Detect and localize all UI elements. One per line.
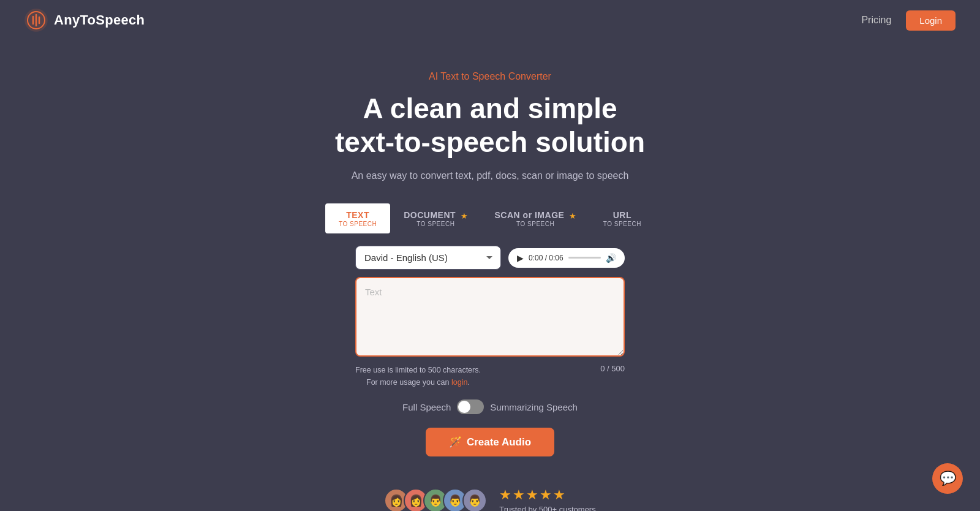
customer-avatars: 👩 👩 👨 👨 👨 — [384, 488, 487, 511]
controls-row: David - English (US) ▶ 0:00 / 0:06 🔊 — [355, 246, 625, 270]
speech-mode-toggle-row: Full Speech Summarizing Speech — [355, 399, 625, 414]
mode-tabs: TEXT TO SPEECH DOCUMENT ★ TO SPEECH SCAN… — [12, 203, 968, 233]
hero-subtitle: AI Text to Speech Converter — [12, 71, 968, 82]
logo-icon — [24, 9, 48, 32]
full-speech-label: Full Speech — [402, 402, 451, 412]
nav-logo-group: AnyToSpeech — [24, 9, 145, 32]
avatar-5: 👨 — [462, 488, 487, 511]
nav-actions: Pricing Login — [861, 10, 956, 31]
chat-bubble[interactable]: 💬 — [932, 463, 963, 494]
summarizing-speech-label: Summarizing Speech — [490, 402, 578, 412]
char-info: Free use is limited to 500 characters. F… — [355, 364, 625, 388]
tab-document[interactable]: DOCUMENT ★ TO SPEECH — [390, 203, 481, 233]
star-rating: ★★★★★ — [499, 487, 595, 503]
pricing-link[interactable]: Pricing — [861, 15, 891, 26]
rating-block: ★★★★★ Trusted by 500+ customers — [499, 487, 595, 511]
char-limit-info: Free use is limited to 500 characters. F… — [355, 364, 481, 388]
voice-select[interactable]: David - English (US) — [355, 246, 501, 270]
hero-section: AI Text to Speech Converter A clean and … — [0, 40, 980, 511]
wand-icon: 🪄 — [449, 436, 462, 449]
scan-badge: ★ — [569, 211, 576, 221]
tab-scan[interactable]: SCAN or IMAGE ★ TO SPEECH — [481, 203, 590, 233]
chat-icon: 💬 — [940, 471, 956, 486]
play-button[interactable]: ▶ — [517, 253, 524, 263]
document-badge: ★ — [461, 211, 468, 221]
nav-title: AnyToSpeech — [54, 12, 145, 28]
text-input[interactable] — [355, 277, 625, 357]
social-proof: 👩 👩 👨 👨 👨 ★★★★★ Trusted by 500+ customer… — [12, 487, 968, 511]
main-card: David - English (US) ▶ 0:00 / 0:06 🔊 Fre… — [343, 246, 637, 487]
char-count: 0 / 500 — [600, 364, 625, 373]
audio-player: ▶ 0:00 / 0:06 🔊 — [508, 248, 625, 268]
hero-description: An easy way to convert text, pdf, docs, … — [12, 170, 968, 181]
login-link[interactable]: login — [451, 378, 467, 387]
navbar: AnyToSpeech Pricing Login — [0, 0, 980, 40]
time-display: 0:00 / 0:06 — [529, 254, 564, 262]
volume-icon[interactable]: 🔊 — [606, 253, 616, 263]
hero-title: A clean and simple text-to-speech soluti… — [12, 92, 968, 159]
trusted-text: Trusted by 500+ customers — [499, 505, 595, 511]
create-audio-button[interactable]: 🪄 Create Audio — [426, 428, 554, 456]
tab-text[interactable]: TEXT TO SPEECH — [325, 203, 390, 233]
login-button[interactable]: Login — [906, 10, 956, 31]
progress-bar[interactable] — [568, 257, 601, 259]
tab-url[interactable]: URL TO SPEECH — [590, 203, 655, 233]
speech-mode-toggle[interactable] — [457, 399, 484, 414]
